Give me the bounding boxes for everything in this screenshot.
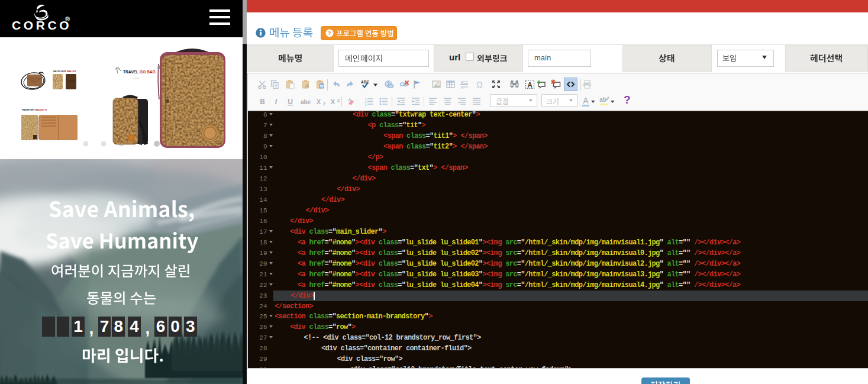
svg-text:A: A	[305, 83, 309, 89]
svg-text:A: A	[583, 96, 589, 105]
svg-text:3: 3	[364, 103, 366, 107]
svg-text:A: A	[461, 85, 463, 89]
svg-text:B: B	[260, 98, 265, 106]
svg-text:NECKLACE WALLET: NECKLACE WALLET	[53, 70, 76, 73]
svg-text:2: 2	[323, 102, 325, 106]
svg-text:abe: abe	[301, 98, 311, 105]
svg-text:?: ?	[328, 30, 331, 36]
svg-text:A: A	[461, 80, 463, 84]
svg-text:C O R K: C O R K	[133, 78, 140, 80]
svg-text:I: I	[275, 98, 277, 106]
svg-text:ab: ab	[599, 96, 606, 103]
svg-text:A: A	[527, 80, 533, 89]
svg-text:U: U	[288, 98, 293, 106]
svg-text:Ω: Ω	[476, 79, 482, 89]
svg-text:PASSPORT WALLET IV: PASSPORT WALLET IV	[22, 108, 47, 111]
svg-text:2: 2	[337, 98, 340, 102]
svg-text:W: W	[320, 83, 324, 88]
svg-text:TRAVEL GO BAG: TRAVEL GO BAG	[123, 70, 156, 74]
